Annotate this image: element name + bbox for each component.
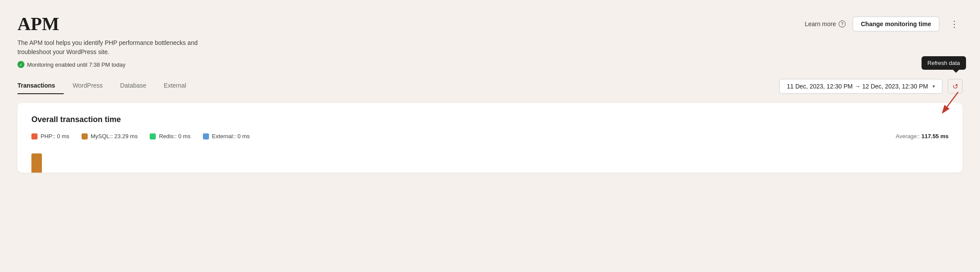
average-display: Average:: 117.55 ms — [896, 133, 949, 139]
main-card: Overall transaction time PHP:: 0 ms MySQ… — [17, 103, 963, 173]
date-range-button[interactable]: 11 Dec, 2023, 12:30 PM → 12 Dec, 2023, 1… — [779, 79, 942, 94]
refresh-button[interactable]: ↺ — [948, 79, 963, 94]
monitoring-status: ✓ Monitoring enabled until 7:38 PM today — [17, 61, 201, 68]
external-color-dot — [203, 133, 209, 139]
refresh-icon: ↺ — [953, 82, 958, 91]
date-range-value: 11 Dec, 2023, 12:30 PM → 12 Dec, 2023, 1… — [787, 83, 928, 90]
legend-mysql: MySQL:: 23.29 ms — [82, 133, 138, 139]
php-label: PHP:: 0 ms — [41, 133, 69, 139]
external-label: External:: 0 ms — [212, 133, 250, 139]
learn-more-label: Learn more — [805, 20, 836, 27]
php-color-dot — [31, 133, 38, 139]
chevron-down-icon: ▾ — [932, 83, 935, 89]
redis-color-dot — [150, 133, 156, 139]
date-range-area: 11 Dec, 2023, 12:30 PM → 12 Dec, 2023, 1… — [779, 79, 963, 94]
legend-redis: Redis:: 0 ms — [150, 133, 190, 139]
tab-database[interactable]: Database — [111, 78, 155, 94]
mysql-label: MySQL:: 23.29 ms — [91, 133, 138, 139]
tabs-row: Transactions WordPress Database External… — [17, 78, 963, 94]
average-value: 117.55 ms — [922, 133, 949, 139]
average-label: Average:: — [896, 133, 920, 139]
tabs-container: Transactions WordPress Database External — [17, 78, 195, 94]
check-icon: ✓ — [17, 61, 24, 68]
tab-external[interactable]: External — [155, 78, 195, 94]
monitoring-label: Monitoring enabled until 7:38 PM today — [27, 61, 125, 68]
learn-more-link[interactable]: Learn more ? — [805, 20, 846, 27]
mysql-color-dot — [82, 133, 88, 139]
page-header: APM The APM tool helps you identify PHP … — [17, 14, 963, 68]
change-monitoring-button[interactable]: Change monitoring time — [853, 17, 939, 31]
chart-bar — [31, 153, 42, 173]
legend-php: PHP:: 0 ms — [31, 133, 69, 139]
card-title: Overall transaction time — [31, 115, 949, 124]
tab-transactions[interactable]: Transactions — [17, 78, 64, 94]
refresh-container: Refresh data ↺ — [948, 79, 963, 94]
chart-preview — [31, 146, 949, 173]
tab-wordpress[interactable]: WordPress — [64, 78, 111, 94]
help-icon: ? — [839, 20, 846, 27]
legend-external: External:: 0 ms — [203, 133, 250, 139]
redis-label: Redis:: 0 ms — [159, 133, 190, 139]
app-description: The APM tool helps you identify PHP perf… — [17, 38, 201, 57]
left-header: APM The APM tool helps you identify PHP … — [17, 14, 201, 68]
legend-row: PHP:: 0 ms MySQL:: 23.29 ms Redis:: 0 ms… — [31, 133, 949, 139]
right-header: Learn more ? Change monitoring time ⋮ — [805, 14, 963, 31]
more-options-button[interactable]: ⋮ — [946, 17, 963, 31]
app-title: APM — [17, 14, 201, 34]
